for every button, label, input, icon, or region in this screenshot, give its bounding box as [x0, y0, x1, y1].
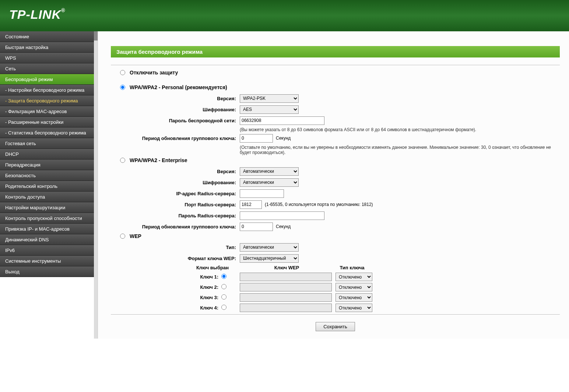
save-button[interactable]: Сохранить: [316, 322, 355, 331]
personal-password-input[interactable]: [240, 116, 324, 125]
sidebar-item-17[interactable]: Контроль пропускной способности: [0, 213, 94, 224]
personal-encryption-label: Шифрование:: [111, 107, 240, 112]
wep-key-label-3: Ключ 3:: [111, 295, 221, 300]
wep-key-row-2: Ключ 2:Отключено: [111, 283, 560, 291]
wep-format-label: Формат ключа WEP:: [111, 256, 240, 261]
main-content: Защита беспроводного режима Отключить за…: [98, 31, 569, 339]
wep-key-input-4[interactable]: [240, 304, 332, 312]
sidebar-item-10[interactable]: Гостевая сеть: [0, 138, 94, 149]
wep-format-select[interactable]: Шестнадцатеричный: [240, 254, 299, 263]
divider-bottom: [111, 314, 560, 315]
sidebar-item-8[interactable]: - Расширенные настройки: [0, 117, 94, 127]
wep-key-row-4: Ключ 4:Отключено: [111, 304, 560, 312]
sidebar-item-3[interactable]: Сеть: [0, 63, 94, 74]
wep-key-row-1: Ключ 1:Отключено: [111, 273, 560, 281]
enterprise-radius-pw-input[interactable]: [240, 211, 324, 220]
radio-wep[interactable]: [120, 234, 125, 239]
wep-key-label-2: Ключ 2:: [111, 284, 221, 290]
divider: [111, 65, 560, 65]
wep-key-row-3: Ключ 3:Отключено: [111, 293, 560, 302]
personal-encryption-select[interactable]: AES: [240, 105, 299, 114]
disable-security-label: Отключить защиту: [130, 70, 178, 76]
enterprise-radius-port-note: (1-65535, 0 используется порта по умолча…: [265, 202, 373, 207]
sidebar-item-5[interactable]: - Настройки беспроводного режима: [0, 85, 94, 95]
wep-key-radio-4[interactable]: [221, 305, 226, 310]
personal-version-label: Версия:: [111, 96, 240, 101]
sidebar-item-9[interactable]: - Статистика беспроводного режима: [0, 127, 94, 138]
enterprise-encryption-label: Шифрование:: [111, 180, 240, 185]
personal-gku-unit: Секунд: [276, 136, 291, 141]
radio-wpa-personal[interactable]: [120, 85, 125, 90]
enterprise-encryption-select[interactable]: Автоматически: [240, 178, 299, 187]
wep-key-type-select-1[interactable]: Отключено: [336, 273, 372, 281]
wep-key-label-1: Ключ 1:: [111, 274, 221, 280]
sidebar-item-22[interactable]: Выход: [0, 266, 94, 277]
wpa-personal-title: WPA/WPA2 - Personal (рекомендуется): [130, 84, 227, 90]
personal-version-select[interactable]: WPA2-PSK: [240, 94, 299, 103]
enterprise-version-label: Версия:: [111, 169, 240, 174]
sidebar-item-20[interactable]: IPv6: [0, 245, 94, 256]
wep-key-type-select-3[interactable]: Отключено: [336, 293, 372, 302]
personal-gku-label: Период обновления группового ключа:: [111, 136, 240, 141]
wep-col-key: Ключ WEP: [240, 265, 334, 270]
personal-password-label: Пароль беспроводной сети:: [111, 118, 240, 123]
wep-type-select[interactable]: Автоматически: [240, 243, 299, 252]
app-header: TP-LINK®: [0, 0, 569, 31]
sidebar-scrollbar[interactable]: [94, 31, 98, 339]
wep-col-type: Тип ключа: [334, 265, 370, 270]
wep-key-input-1[interactable]: [240, 273, 332, 281]
wep-key-radio-1[interactable]: [221, 274, 226, 279]
sidebar-item-21[interactable]: Системные инструменты: [0, 256, 94, 266]
sidebar-item-4[interactable]: Беспроводной режим: [0, 74, 94, 85]
enterprise-radius-port-label: Порт Radius-сервера:: [111, 202, 240, 207]
enterprise-gku-unit: Секунд: [276, 224, 291, 229]
sidebar-item-1[interactable]: Быстрая настройка: [0, 42, 94, 53]
brand-logo: TP-LINK®: [9, 7, 560, 22]
sidebar-item-2[interactable]: WPS: [0, 53, 94, 63]
wep-key-input-3[interactable]: [240, 293, 332, 302]
sidebar-item-6[interactable]: - Защита беспроводного режима: [0, 95, 94, 106]
wep-col-selected: Ключ выбран: [111, 265, 240, 270]
personal-gku-note: (Оставьте по умолчанию, если вы не увере…: [240, 145, 560, 155]
sidebar: СостояниеБыстрая настройкаWPSСетьБеспров…: [0, 31, 94, 339]
enterprise-radius-ip-label: IP-адрес Radius-сервера:: [111, 191, 240, 196]
sidebar-item-12[interactable]: Переадресация: [0, 160, 94, 170]
sidebar-item-14[interactable]: Родительский контроль: [0, 181, 94, 192]
sidebar-item-13[interactable]: Безопасность: [0, 170, 94, 181]
sidebar-item-15[interactable]: Контроль доступа: [0, 192, 94, 202]
enterprise-radius-pw-label: Пароль Radius-сервера:: [111, 213, 240, 218]
sidebar-item-18[interactable]: Привязка IP- и MAC-адресов: [0, 224, 94, 234]
wep-title: WEP: [130, 233, 141, 239]
personal-gku-input[interactable]: [240, 134, 273, 143]
personal-password-note: (Вы можете указать от 8 до 63 символов ф…: [240, 127, 560, 132]
wpa-enterprise-title: WPA/WPA2 - Enterprise: [130, 157, 187, 163]
page-title: Защита беспроводного режима: [111, 46, 560, 57]
wep-key-input-2[interactable]: [240, 283, 332, 291]
enterprise-version-select[interactable]: Автоматически: [240, 167, 299, 176]
wep-key-type-select-4[interactable]: Отключено: [336, 304, 372, 312]
sidebar-item-0[interactable]: Состояние: [0, 31, 94, 42]
sidebar-item-19[interactable]: Динамический DNS: [0, 234, 94, 245]
sidebar-item-7[interactable]: - Фильтрация MAC-адресов: [0, 106, 94, 117]
radio-wpa-enterprise[interactable]: [120, 158, 125, 163]
wep-type-label: Тип:: [111, 245, 240, 250]
sidebar-item-16[interactable]: Настройки маршрутизации: [0, 202, 94, 213]
enterprise-radius-port-input[interactable]: [240, 200, 262, 209]
enterprise-gku-label: Период обновления группового ключа:: [111, 224, 240, 230]
enterprise-gku-input[interactable]: [240, 223, 273, 231]
radio-disable-security[interactable]: [120, 70, 125, 75]
wep-key-type-select-2[interactable]: Отключено: [336, 283, 372, 291]
wep-key-radio-2[interactable]: [221, 284, 226, 289]
wep-key-label-4: Ключ 4:: [111, 305, 221, 311]
sidebar-item-11[interactable]: DHCP: [0, 149, 94, 160]
wep-key-radio-3[interactable]: [221, 294, 226, 300]
enterprise-radius-ip-input[interactable]: [240, 189, 284, 198]
